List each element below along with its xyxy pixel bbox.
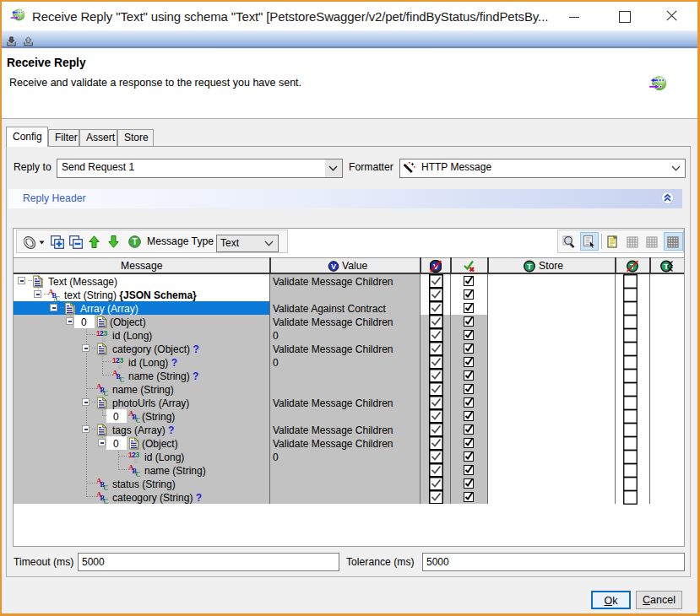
svg-text:V: V bbox=[331, 262, 336, 271]
svg-text:8: 8 bbox=[102, 336, 106, 343]
svg-text:C: C bbox=[136, 417, 141, 424]
svg-text:8: 8 bbox=[118, 363, 122, 370]
svg-text:T: T bbox=[527, 262, 532, 271]
svg-text:T: T bbox=[132, 237, 137, 246]
svg-text:T: T bbox=[664, 262, 669, 271]
svg-text:C: C bbox=[56, 295, 61, 302]
svg-text:C: C bbox=[120, 376, 125, 383]
svg-text:C: C bbox=[136, 471, 141, 478]
svg-text:C: C bbox=[104, 390, 109, 397]
svg-text:C: C bbox=[104, 498, 109, 505]
svg-text:C: C bbox=[104, 484, 109, 491]
svg-text:8: 8 bbox=[134, 457, 138, 464]
